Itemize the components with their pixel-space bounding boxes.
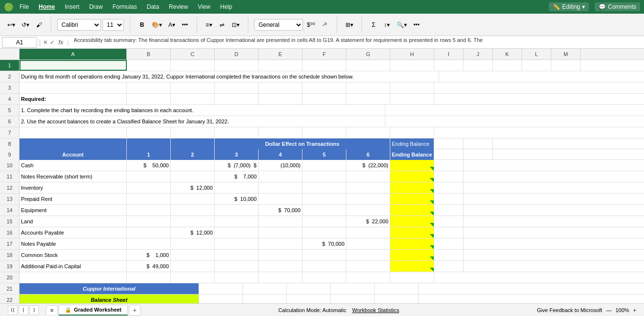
cell-J8[interactable] xyxy=(463,138,493,149)
cell-I9[interactable] xyxy=(434,149,463,160)
cell-I12[interactable] xyxy=(434,182,463,193)
cell-C10[interactable] xyxy=(171,160,215,171)
cell-D21[interactable] xyxy=(199,283,243,294)
row-num-13[interactable]: 13 xyxy=(0,194,20,204)
cell-F19[interactable] xyxy=(302,261,346,272)
cell-A16[interactable]: Accounts Payable xyxy=(20,227,127,238)
undo-button[interactable]: ↩▾ xyxy=(5,18,18,32)
conditional-format-button[interactable]: ⊞▾ xyxy=(343,18,356,32)
cell-A10[interactable]: Cash xyxy=(20,160,127,171)
cell-B4[interactable] xyxy=(127,94,171,104)
cell-H13[interactable] xyxy=(390,194,434,204)
cell-G17[interactable] xyxy=(346,238,390,249)
row-num-14[interactable]: 14 xyxy=(0,205,20,216)
cell-C7[interactable] xyxy=(171,127,215,138)
cell-F17[interactable]: $ 70,000 xyxy=(302,238,346,249)
cell-B12[interactable] xyxy=(127,182,171,193)
cell-I10[interactable] xyxy=(434,160,463,171)
cell-E17[interactable] xyxy=(259,238,302,249)
cell-G20[interactable] xyxy=(346,272,390,283)
cell-F14[interactable] xyxy=(302,205,346,216)
font-color-button[interactable]: A▾ xyxy=(166,18,178,32)
row-num-10[interactable]: 10 xyxy=(0,160,20,171)
cell-C3[interactable] xyxy=(171,82,215,93)
row-num-4[interactable]: 4 xyxy=(0,94,20,104)
cell-A8[interactable] xyxy=(20,138,127,149)
menu-view[interactable]: View xyxy=(194,2,214,12)
percent-button[interactable]: -⁰ xyxy=(319,18,331,32)
row-num-5[interactable]: 5 xyxy=(0,105,20,116)
cell-C20[interactable] xyxy=(171,272,215,283)
cell-E13[interactable] xyxy=(259,194,302,204)
col-header-G[interactable]: G xyxy=(346,49,390,59)
cell-D19[interactable] xyxy=(215,261,259,272)
cell-F22[interactable] xyxy=(287,295,331,303)
zoom-in-button[interactable]: + xyxy=(633,307,636,313)
wrap-button[interactable]: ⇌ xyxy=(216,18,228,32)
cell-H18[interactable] xyxy=(390,250,434,260)
sheet-list-icon[interactable]: ≡ xyxy=(46,305,58,315)
cell-F11[interactable] xyxy=(302,171,346,182)
cell-F13[interactable] xyxy=(302,194,346,204)
cell-D12[interactable] xyxy=(215,182,259,193)
row-num-12[interactable]: 12 xyxy=(0,182,20,193)
cell-A20[interactable] xyxy=(20,272,127,283)
cell-H7[interactable] xyxy=(390,127,434,138)
cell-C15[interactable] xyxy=(171,216,215,227)
row-num-9[interactable]: 9 xyxy=(0,149,20,160)
cell-I15[interactable] xyxy=(434,216,463,227)
cell-D14[interactable] xyxy=(215,205,259,216)
cell-B3[interactable] xyxy=(127,82,171,93)
cell-B17[interactable] xyxy=(127,238,171,249)
cell-H15[interactable] xyxy=(390,216,434,227)
cell-I11[interactable] xyxy=(434,171,463,182)
row-num-19[interactable]: 19 xyxy=(0,261,20,272)
cell-A18[interactable]: Common Stock xyxy=(20,250,127,260)
cell-H21[interactable] xyxy=(375,283,419,294)
add-sheet-button[interactable]: + xyxy=(129,305,141,316)
cell-C13[interactable] xyxy=(171,194,215,204)
cell-D8-merged[interactable]: Dollar Effect on Transactions xyxy=(215,138,390,149)
cell-A7[interactable] xyxy=(20,127,127,138)
grid-body[interactable]: 1 2 During its first month of operations… xyxy=(0,60,644,303)
col-header-C[interactable]: C xyxy=(171,49,215,59)
cell-E3[interactable] xyxy=(259,82,302,93)
cell-C17[interactable] xyxy=(171,238,215,249)
cell-D7[interactable] xyxy=(215,127,259,138)
cell-E15[interactable] xyxy=(259,216,302,227)
cell-I17[interactable] xyxy=(434,238,463,249)
cell-E10[interactable]: (10,000) xyxy=(259,160,302,171)
cell-A22-merged[interactable]: Balance Sheet xyxy=(20,295,199,303)
cell-E1[interactable] xyxy=(259,60,302,71)
cell-H4[interactable] xyxy=(390,94,434,104)
cell-G11[interactable] xyxy=(346,171,390,182)
cell-F9[interactable]: 5 xyxy=(302,149,346,160)
row-num-16[interactable]: 16 xyxy=(0,227,20,238)
cell-F4[interactable] xyxy=(302,94,346,104)
cell-H11[interactable] xyxy=(390,171,434,182)
cell-A15[interactable]: Land xyxy=(20,216,127,227)
cell-A11[interactable]: Notes Receivable (short term) xyxy=(20,171,127,182)
sheet-nav-left-left[interactable]: ⟨⟨ xyxy=(8,305,18,315)
cell-F12[interactable] xyxy=(302,182,346,193)
cell-F10[interactable] xyxy=(302,160,346,171)
cell-E16[interactable] xyxy=(259,227,302,238)
cell-B13[interactable] xyxy=(127,194,171,204)
row-num-22[interactable]: 22 xyxy=(0,295,20,303)
cell-G16[interactable] xyxy=(346,227,390,238)
cell-K1[interactable] xyxy=(493,60,522,71)
row-num-21[interactable]: 21 xyxy=(0,283,20,294)
cell-J9[interactable] xyxy=(463,149,493,160)
cell-D13[interactable]: $ 10,000 xyxy=(215,194,259,204)
col-header-B[interactable]: B xyxy=(127,49,171,59)
cell-I14[interactable] xyxy=(434,205,463,216)
cell-H3[interactable] xyxy=(390,82,434,93)
cell-A17[interactable]: Notes Payable xyxy=(20,238,127,249)
comments-button[interactable]: 💬 Comments xyxy=(595,2,640,11)
row-num-8[interactable]: 8 xyxy=(0,138,20,149)
cell-G3[interactable] xyxy=(346,82,390,93)
cell-I1[interactable] xyxy=(434,60,463,71)
sort-button[interactable]: ↕▾ xyxy=(381,18,393,32)
cell-D10[interactable]: $ (7,000) $ xyxy=(215,160,259,171)
row-num-17[interactable]: 17 xyxy=(0,238,20,249)
